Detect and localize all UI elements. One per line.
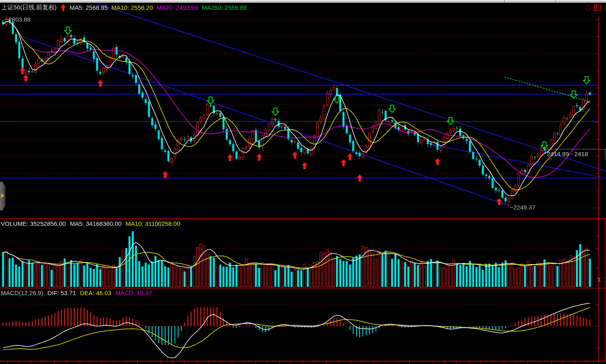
expand-arrow-icon	[1, 193, 4, 198]
stock-chart-app: 上证50(日线.前复权) MA5: 2568.95 MA10: 2556.20 …	[0, 0, 606, 364]
sidebar-expand-handle[interactable]	[0, 182, 5, 210]
macd-macd-value: MACD: 15.37	[115, 289, 152, 296]
price-chart-canvas[interactable]	[0, 0, 606, 364]
symbol-label[interactable]: 上证50(日线.前复权)	[1, 4, 57, 11]
macd-name: MACD(12,26,9)	[1, 289, 43, 296]
volume-value: VOLUME: 35252856.00	[1, 220, 66, 227]
volume-ma5-value: MA5: 34168360.00	[70, 220, 122, 227]
ma20-value: MA20: 2493.99	[157, 4, 198, 11]
panel-close-x-button[interactable]: X	[597, 277, 601, 284]
volume-ma10-value: MA10: 31100258.00	[126, 220, 180, 227]
low-price-label: ~2249.37	[510, 204, 535, 211]
window-top-strip	[0, 0, 606, 3]
strip-notch	[555, 0, 556, 3]
main-chart-header: 上证50(日线.前复权) MA5: 2568.95 MA10: 2556.20 …	[1, 4, 247, 11]
buy-signal-arrow-icon	[60, 4, 66, 11]
ma250-value: MA250: 2556.88	[202, 4, 247, 11]
volume-header: VOLUME: 35252856.00 MA5: 34168360.00 MA1…	[1, 220, 180, 227]
ma5-value: MA5: 2568.95	[70, 4, 108, 11]
gap-range-label: 2414.89 - 2418	[547, 150, 588, 157]
corner-tools: ◇	[585, 4, 601, 11]
split-window-icon[interactable]	[594, 4, 601, 11]
ma10-value: MA10: 2556.20	[111, 4, 153, 11]
macd-header: MACD(12,26,9) DIF: 53.71 DEA: 46.03 MACD…	[1, 289, 152, 296]
macd-dif-value: DIF: 53.71	[47, 289, 76, 296]
high-price-label: ~2803.88	[5, 16, 31, 23]
strip-notch	[504, 0, 505, 3]
diamond-tool-icon[interactable]: ◇	[585, 4, 591, 11]
macd-dea-value: DEA: 46.03	[80, 289, 111, 296]
